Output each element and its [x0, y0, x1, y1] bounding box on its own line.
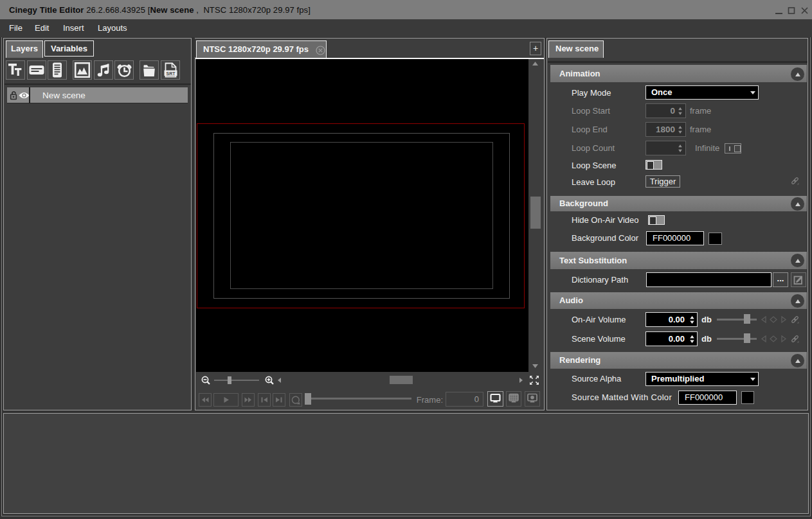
svg-text:SRT: SRT: [167, 71, 176, 76]
